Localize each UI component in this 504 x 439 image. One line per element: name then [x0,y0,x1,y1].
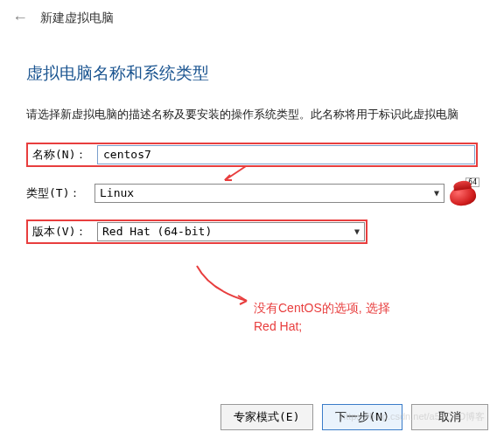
chevron-down-icon: ▼ [434,188,439,198]
type-select-value: Linux [100,186,134,199]
version-highlight-box: 版本(V)： Red Hat (64-bit) ▼ [26,220,368,244]
os-icon-redhat: 64 [450,179,478,207]
next-button[interactable]: 下一步(N) [322,404,402,430]
description-text: 请选择新虚拟电脑的描述名称及要安装的操作系统类型。此名称将用于标识此虚拟电脑 [26,106,478,123]
cancel-button[interactable]: 取消 [411,404,488,430]
version-select[interactable]: Red Hat (64-bit) ▼ [97,222,365,241]
version-label: 版本(V)： [29,224,97,240]
section-title: 虚拟电脑名称和系统类型 [26,62,478,85]
name-input[interactable] [97,145,475,164]
type-label: 类型(T)： [26,185,94,201]
name-highlight-box: 名称(N)： [26,143,478,167]
chevron-down-icon: ▼ [354,226,360,236]
expert-mode-button[interactable]: 专家模式(E) [220,404,312,430]
version-select-value: Red Hat (64-bit) [102,225,212,238]
type-select[interactable]: Linux ▼ [94,184,444,203]
annotation-version-hint: 没有CentOS的选项, 选择 Red Hat; [254,299,390,336]
annotation-arrow-2 [192,264,254,308]
window-title: 新建虚拟电脑 [40,10,114,26]
back-arrow-icon[interactable]: ← [12,9,28,27]
name-label: 名称(N)： [29,147,97,163]
